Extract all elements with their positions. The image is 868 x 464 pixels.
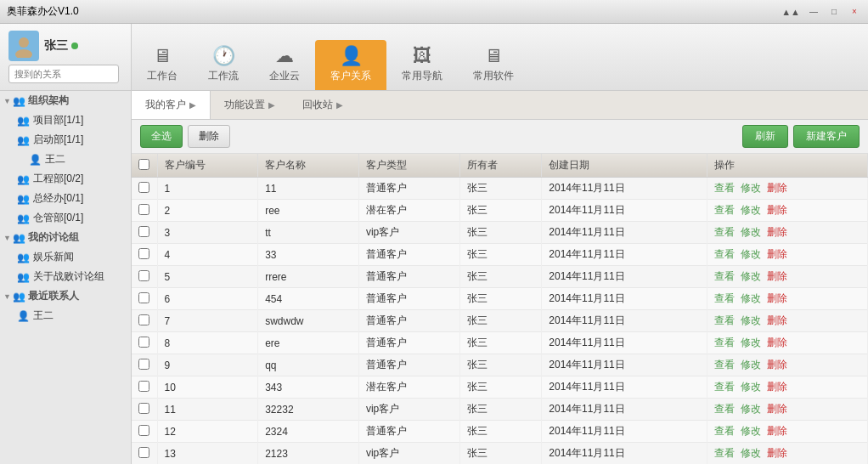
sidebar-item-icon: 👥 bbox=[17, 173, 30, 185]
table-col-header-1: 客户编号 bbox=[157, 154, 258, 178]
row-checkbox[interactable] bbox=[138, 292, 149, 303]
edit-button[interactable]: 修改 bbox=[741, 337, 761, 348]
row-name: swdwdw bbox=[258, 310, 359, 332]
view-button[interactable]: 查看 bbox=[714, 359, 735, 371]
delete-row-button[interactable]: 删除 bbox=[767, 204, 787, 216]
table-row: 11 32232 vip客户 张三 2014年11月11日 查看 修改 删除 bbox=[132, 399, 868, 421]
row-date: 2014年11月11日 bbox=[542, 376, 707, 399]
view-button[interactable]: 查看 bbox=[714, 337, 735, 348]
batch-delete-button[interactable]: 删除 bbox=[188, 125, 230, 148]
edit-button[interactable]: 修改 bbox=[741, 381, 761, 393]
nav-tab-software[interactable]: 🖥 常用软件 bbox=[458, 40, 529, 90]
row-checkbox[interactable] bbox=[138, 204, 149, 215]
maximize-button[interactable]: □ bbox=[827, 6, 841, 18]
row-checkbox[interactable] bbox=[138, 337, 149, 348]
edit-button[interactable]: 修改 bbox=[741, 425, 761, 437]
sidebar-section-header-recent[interactable]: ▼ 👥 最近联系人 bbox=[0, 286, 131, 306]
delete-row-button[interactable]: 删除 bbox=[767, 226, 787, 238]
row-checkbox[interactable] bbox=[138, 425, 149, 436]
view-button[interactable]: 查看 bbox=[714, 182, 735, 194]
view-button[interactable]: 查看 bbox=[714, 381, 735, 393]
svg-point-0 bbox=[19, 37, 29, 48]
view-button[interactable]: 查看 bbox=[714, 314, 735, 326]
row-checkbox[interactable] bbox=[138, 403, 149, 414]
delete-row-button[interactable]: 删除 bbox=[767, 359, 787, 371]
sidebar-item-general[interactable]: 👥总经办[0/1] bbox=[0, 189, 131, 208]
edit-button[interactable]: 修改 bbox=[741, 270, 761, 282]
edit-button[interactable]: 修改 bbox=[741, 292, 761, 304]
sub-nav-my-customers[interactable]: 我的客户▶ bbox=[132, 91, 211, 119]
delete-row-button[interactable]: 删除 bbox=[767, 182, 787, 194]
select-all-checkbox[interactable] bbox=[138, 159, 149, 170]
delete-row-button[interactable]: 删除 bbox=[767, 447, 787, 459]
row-checkbox[interactable] bbox=[138, 359, 149, 370]
edit-button[interactable]: 修改 bbox=[741, 314, 761, 326]
sidebar-section-header-org[interactable]: ▼ 👥 组织架构 bbox=[0, 91, 131, 110]
table-row: 4 33 普通客户 张三 2014年11月11日 查看 修改 删除 bbox=[132, 244, 868, 266]
sidebar-item-about[interactable]: 👥关于战败讨论组 bbox=[0, 267, 131, 286]
edit-button[interactable]: 修改 bbox=[741, 182, 761, 194]
view-button[interactable]: 查看 bbox=[714, 403, 735, 415]
sidebar-item-startup[interactable]: 👥启动部[1/1] bbox=[0, 130, 131, 150]
nav-tab-navigation[interactable]: 🖼 常用导航 bbox=[386, 40, 458, 90]
row-owner: 张三 bbox=[459, 288, 542, 310]
row-num: 3 bbox=[157, 222, 258, 244]
view-button[interactable]: 查看 bbox=[714, 292, 735, 304]
svg-point-1 bbox=[15, 49, 32, 58]
row-checkbox[interactable] bbox=[138, 314, 149, 325]
delete-row-button[interactable]: 删除 bbox=[767, 314, 787, 326]
row-checkbox[interactable] bbox=[138, 381, 149, 392]
view-button[interactable]: 查看 bbox=[714, 447, 735, 459]
new-customer-button[interactable]: 新建客户 bbox=[793, 125, 860, 148]
row-num: 2 bbox=[157, 200, 258, 222]
row-num: 5 bbox=[157, 266, 258, 288]
table-col-header-2: 客户名称 bbox=[258, 154, 359, 178]
delete-row-button[interactable]: 删除 bbox=[767, 425, 787, 437]
view-button[interactable]: 查看 bbox=[714, 204, 735, 216]
delete-row-button[interactable]: 删除 bbox=[767, 337, 787, 348]
nav-tab-label-navigation: 常用导航 bbox=[402, 69, 442, 83]
search-input[interactable] bbox=[8, 65, 119, 83]
nav-tab-label-enterprise: 企业云 bbox=[269, 69, 300, 83]
sidebar-item-wanger[interactable]: 👤王二 bbox=[0, 150, 131, 169]
delete-row-button[interactable]: 删除 bbox=[767, 403, 787, 415]
edit-button[interactable]: 修改 bbox=[741, 447, 761, 459]
minimize-button[interactable]: — bbox=[807, 6, 820, 18]
select-all-button[interactable]: 全选 bbox=[140, 125, 183, 148]
row-checkbox[interactable] bbox=[138, 270, 149, 281]
row-type: 普通客户 bbox=[358, 421, 459, 443]
edit-button[interactable]: 修改 bbox=[741, 403, 761, 415]
edit-button[interactable]: 修改 bbox=[741, 226, 761, 238]
view-button[interactable]: 查看 bbox=[714, 425, 735, 437]
sidebar-section-header-discussion[interactable]: ▼ 👥 我的讨论组 bbox=[0, 228, 131, 247]
refresh-button[interactable]: 刷新 bbox=[742, 125, 788, 148]
edit-button[interactable]: 修改 bbox=[741, 248, 761, 260]
row-checkbox[interactable] bbox=[138, 182, 149, 193]
sub-nav-arrow: ▶ bbox=[336, 100, 343, 110]
sidebar-item-wanger2[interactable]: 👤王二 bbox=[0, 306, 131, 325]
row-checkbox[interactable] bbox=[138, 226, 149, 237]
sidebar-item-warehouse[interactable]: 👥仓管部[0/1] bbox=[0, 208, 131, 228]
view-button[interactable]: 查看 bbox=[714, 226, 735, 238]
delete-row-button[interactable]: 删除 bbox=[767, 381, 787, 393]
sidebar-item-project[interactable]: 👥项目部[1/1] bbox=[0, 110, 131, 130]
delete-row-button[interactable]: 删除 bbox=[767, 292, 787, 304]
close-button[interactable]: × bbox=[848, 6, 861, 18]
row-checkbox[interactable] bbox=[138, 447, 149, 458]
edit-button[interactable]: 修改 bbox=[741, 204, 761, 216]
nav-tab-workflow[interactable]: 🕐 工作流 bbox=[193, 40, 254, 90]
sidebar-item-engineering[interactable]: 👥工程部[0/2] bbox=[0, 169, 131, 189]
view-button[interactable]: 查看 bbox=[714, 248, 735, 260]
app-title: 奥菲森办公V1.0 bbox=[7, 4, 79, 19]
nav-tab-enterprise[interactable]: ☁ 企业云 bbox=[254, 40, 315, 90]
nav-tab-workbench[interactable]: 🖥 工作台 bbox=[132, 40, 193, 90]
sub-nav-settings[interactable]: 功能设置▶ bbox=[211, 91, 289, 119]
row-checkbox[interactable] bbox=[138, 248, 149, 259]
edit-button[interactable]: 修改 bbox=[741, 359, 761, 371]
sidebar-item-entertainment[interactable]: 👥娱乐新闻 bbox=[0, 247, 131, 267]
sub-nav-trash[interactable]: 回收站▶ bbox=[289, 91, 357, 119]
delete-row-button[interactable]: 删除 bbox=[767, 248, 787, 260]
nav-tab-customers[interactable]: 👤 客户关系 bbox=[315, 40, 386, 90]
delete-row-button[interactable]: 删除 bbox=[767, 270, 787, 282]
view-button[interactable]: 查看 bbox=[714, 270, 735, 282]
